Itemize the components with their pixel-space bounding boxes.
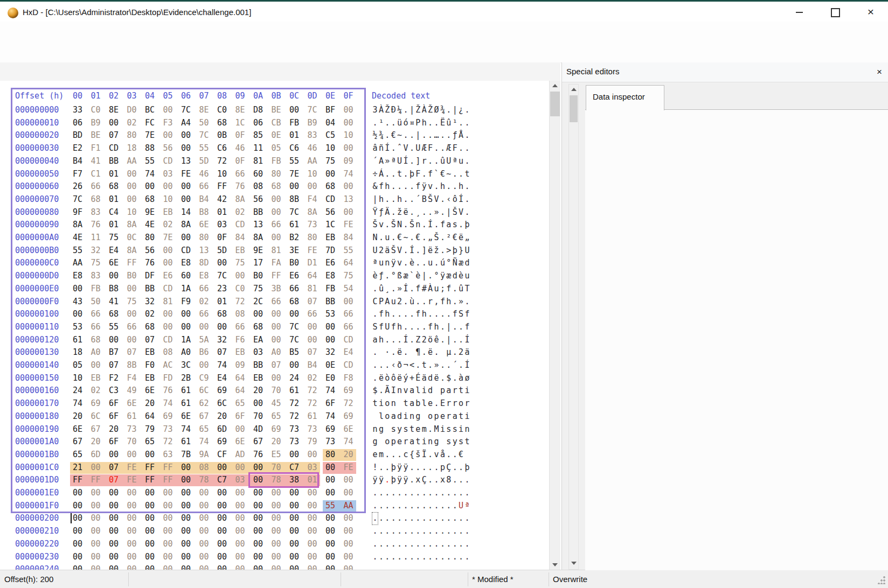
decoded-char[interactable]: ´ — [372, 155, 378, 168]
hex-byte[interactable]: 74 — [163, 397, 173, 410]
hex-byte[interactable]: 00 — [217, 500, 227, 513]
decoded-char[interactable]: n — [408, 410, 415, 423]
decoded-char[interactable]: . — [458, 168, 464, 181]
decoded-char[interactable]: ÿ — [439, 270, 446, 283]
decoded-char[interactable]: . — [384, 487, 391, 500]
decoded-char[interactable]: Í — [403, 155, 409, 168]
hex-byte[interactable]: 00 — [272, 193, 281, 206]
hex-byte[interactable]: 04 — [325, 117, 335, 130]
decoded-char[interactable]: . — [403, 219, 409, 232]
hex-byte[interactable]: 32 — [91, 244, 101, 257]
decoded-char[interactable]: . — [458, 487, 464, 500]
decoded-char[interactable]: . — [458, 512, 464, 525]
hex-byte[interactable]: 8B — [127, 359, 137, 372]
decoded-char[interactable]: y — [452, 436, 458, 449]
decoded-char[interactable]: . — [408, 474, 415, 487]
hex-byte[interactable]: 00 — [181, 474, 191, 487]
decoded-char[interactable]: r — [452, 397, 458, 410]
hex-row-000000180[interactable]: 000000180206C6F6164696E67206F70657261746… — [12, 410, 492, 423]
hex-byte[interactable]: 00 — [289, 487, 299, 500]
hex-byte[interactable]: F4 — [127, 372, 137, 385]
hex-byte[interactable]: 03 — [163, 168, 173, 181]
hex-byte[interactable]: 61 — [181, 436, 191, 449]
hex-byte[interactable]: 00 — [109, 551, 119, 564]
decoded-char[interactable]: . — [427, 512, 434, 525]
decoded-char[interactable]: . — [452, 500, 458, 513]
decoded-char[interactable]: N — [397, 219, 403, 232]
decoded-char[interactable]: å — [439, 449, 446, 461]
decoded-char[interactable]: g — [378, 423, 384, 436]
decoded-char[interactable]: . — [408, 155, 415, 168]
hex-byte[interactable]: 66 — [344, 308, 353, 321]
decoded-char[interactable]: Š — [390, 219, 397, 232]
decoded-char[interactable]: | — [446, 206, 452, 219]
hex-byte[interactable]: 65 — [199, 423, 209, 436]
decoded-char[interactable]: . — [427, 487, 434, 500]
hex-byte[interactable]: 00 — [289, 563, 299, 570]
decoded-char[interactable]: . — [390, 117, 397, 130]
hex-byte[interactable]: 10 — [163, 193, 173, 206]
decoded-char[interactable]: . — [427, 270, 434, 283]
hex-byte[interactable]: 00 — [308, 500, 317, 513]
hex-byte[interactable]: 23 — [217, 283, 227, 296]
hex-byte[interactable]: 00 — [289, 449, 299, 461]
decoded-char[interactable]: t — [408, 423, 415, 436]
decoded-char[interactable]: F — [452, 142, 458, 155]
decoded-char[interactable]: F — [427, 142, 434, 155]
hex-byte[interactable]: 08 — [163, 346, 173, 359]
decoded-char[interactable]: | — [446, 334, 452, 347]
decoded-char[interactable] — [378, 346, 384, 359]
hex-byte[interactable]: 74 — [344, 436, 353, 449]
decoded-char[interactable]: û — [378, 283, 384, 296]
hex-byte[interactable]: 61 — [289, 219, 299, 232]
hex-byte[interactable]: 07 — [109, 461, 119, 474]
decoded-char[interactable] — [378, 436, 384, 449]
hex-byte[interactable]: 00 — [344, 104, 353, 117]
hex-byte[interactable]: 67 — [91, 423, 101, 436]
decoded-char[interactable]: M — [433, 423, 440, 436]
hex-byte[interactable]: F0 — [145, 359, 155, 372]
decoded-char[interactable]: € — [415, 232, 421, 244]
hex-byte[interactable]: 00 — [289, 359, 299, 372]
decoded-char[interactable]: t — [415, 436, 421, 449]
close-button[interactable]: × — [863, 6, 879, 19]
status-overwrite-mode[interactable]: Overwrite — [553, 575, 587, 584]
hex-vertical-scrollbar[interactable] — [549, 81, 560, 570]
hex-row-000000170[interactable]: 00000017074696F6E207461626C65004572726F7… — [12, 397, 492, 410]
hex-byte[interactable]: FF — [73, 474, 82, 487]
decoded-char[interactable]: d — [464, 257, 470, 270]
decoded-char[interactable]: . — [415, 461, 421, 474]
hex-byte[interactable]: BE — [91, 129, 101, 142]
decoded-char[interactable]: f — [390, 321, 397, 334]
decoded-char[interactable]: . — [452, 487, 458, 500]
decoded-char[interactable]: ª — [452, 155, 458, 168]
hex-byte[interactable]: 66 — [308, 308, 317, 321]
hex-byte[interactable]: 00 — [145, 525, 155, 538]
hex-byte[interactable]: 6E — [127, 397, 137, 410]
decoded-char[interactable]: l — [421, 397, 427, 410]
decoded-char[interactable]: . — [397, 500, 403, 513]
decoded-char[interactable]: . — [452, 180, 458, 193]
decoded-char[interactable]: Ã — [384, 384, 391, 397]
hex-byte[interactable]: AA — [308, 155, 317, 168]
hex-byte[interactable]: AA — [344, 500, 353, 513]
decoded-char[interactable]: . — [421, 512, 427, 525]
hex-byte[interactable]: 00 — [91, 563, 101, 570]
hex-byte[interactable]: CD — [344, 334, 353, 347]
decoded-char[interactable]: U — [397, 155, 403, 168]
hex-byte[interactable]: 00 — [145, 180, 155, 193]
decoded-char[interactable]: . — [384, 525, 391, 538]
decoded-char[interactable]: ² — [446, 232, 452, 244]
decoded-char[interactable]: . — [390, 232, 397, 244]
minimize-button[interactable] — [791, 6, 807, 19]
hex-byte[interactable]: 3E — [289, 244, 299, 257]
hex-row-0000000C0[interactable]: 0000000C0AA756EFF7600E88D007517FAB0D1E66… — [12, 257, 492, 270]
decoded-char[interactable]: . — [403, 346, 409, 359]
hex-byte[interactable]: 80 — [199, 232, 209, 244]
hex-byte[interactable]: 8A — [73, 219, 82, 232]
decoded-char[interactable]: . — [464, 474, 470, 487]
hex-byte[interactable]: BB — [253, 206, 263, 219]
decoded-char[interactable]: . — [427, 308, 434, 321]
hex-byte[interactable]: D1 — [308, 257, 317, 270]
hex-byte[interactable]: 00 — [109, 449, 119, 461]
